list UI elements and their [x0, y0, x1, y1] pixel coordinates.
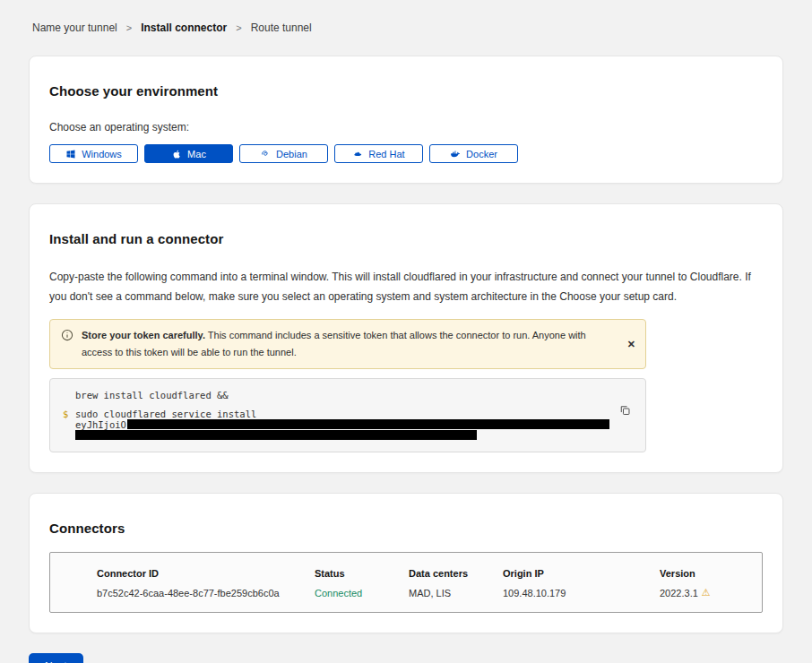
- col-header-connector-id: Connector ID: [97, 568, 315, 579]
- status-badge: Connected: [315, 588, 409, 598]
- next-button[interactable]: Next: [29, 653, 83, 663]
- code-line-3: eyJhIjoiO: [63, 419, 633, 430]
- os-button-label: Mac: [187, 149, 206, 159]
- shell-prompt: $: [63, 409, 75, 419]
- connectors-card: Connectors Connector ID Status Data cent…: [29, 493, 783, 633]
- breadcrumb-step-install-connector[interactable]: Install connector: [141, 22, 227, 34]
- install-description: Copy-paste the following command into a …: [49, 267, 763, 306]
- code-line-4: [63, 430, 633, 440]
- code-line-1: brew install cloudflared &&: [63, 390, 633, 400]
- close-icon[interactable]: ✕: [627, 339, 635, 350]
- col-header-version: Version: [660, 568, 753, 579]
- os-select-label: Choose an operating system:: [49, 121, 763, 133]
- breadcrumb: Name your tunnel > Install connector > R…: [32, 22, 783, 34]
- col-header-data-centers: Data centers: [409, 568, 503, 579]
- install-card-title: Install and run a connector: [49, 231, 763, 246]
- breadcrumb-separator: >: [126, 22, 132, 33]
- breadcrumb-separator: >: [236, 22, 241, 33]
- os-button-docker[interactable]: Docker: [429, 144, 518, 163]
- os-button-debian[interactable]: Debian: [239, 144, 328, 163]
- redacted-token-bar: [127, 419, 609, 429]
- environment-card-title: Choose your environment: [49, 83, 763, 99]
- connector-id-value: b7c52c42-6caa-48ee-8c77-fbe259cb6c0a: [97, 588, 315, 598]
- table-header-row: Connector ID Status Data centers Origin …: [97, 568, 753, 579]
- breadcrumb-step-name-your-tunnel[interactable]: Name your tunnel: [32, 22, 117, 34]
- warning-bold-text: Store your token carefully.: [82, 330, 205, 340]
- environment-card: Choose your environment Choose an operat…: [29, 56, 783, 184]
- origin-ip-value: 109.48.10.179: [503, 588, 660, 598]
- page: Name your tunnel > Install connector > R…: [0, 0, 812, 663]
- token-prefix-text: eyJhIjoiO: [75, 419, 126, 430]
- version-value: 2022.3.1 ⚠: [660, 588, 753, 598]
- data-centers-value: MAD, LIS: [409, 588, 503, 598]
- breadcrumb-step-route-tunnel[interactable]: Route tunnel: [251, 22, 312, 34]
- os-button-windows[interactable]: Windows: [49, 144, 138, 163]
- os-button-label: Docker: [466, 149, 497, 159]
- table-row: b7c52c42-6caa-48ee-8c77-fbe259cb6c0a Con…: [97, 588, 753, 598]
- install-connector-card: Install and run a connector Copy-paste t…: [29, 203, 783, 473]
- connectors-table: Connector ID Status Data centers Origin …: [49, 552, 763, 613]
- redacted-token-bar: [75, 430, 477, 440]
- version-text: 2022.3.1: [660, 588, 698, 598]
- os-button-mac[interactable]: Mac: [144, 144, 233, 163]
- col-header-origin-ip: Origin IP: [503, 568, 660, 579]
- windows-icon: [65, 149, 76, 159]
- code-line-2: $ sudo cloudflared service install: [63, 409, 633, 419]
- debian-icon: [260, 149, 271, 159]
- os-button-group: Windows Mac Debian Red Hat: [49, 144, 763, 163]
- redhat-icon: [352, 149, 363, 159]
- apple-icon: [171, 149, 182, 159]
- warning-text: Store your token carefully. This command…: [82, 327, 615, 360]
- code-text-2: sudo cloudflared service install: [75, 409, 256, 419]
- version-warning-icon: ⚠: [702, 588, 711, 598]
- install-command-block: brew install cloudflared && $ sudo cloud…: [49, 378, 646, 452]
- docker-icon: [450, 149, 461, 159]
- os-button-label: Debian: [276, 149, 307, 159]
- col-header-status: Status: [315, 568, 409, 579]
- os-button-label: Windows: [82, 149, 122, 159]
- code-text-1: brew install cloudflared &&: [75, 390, 229, 400]
- connectors-card-title: Connectors: [49, 521, 763, 536]
- token-warning-banner: Store your token carefully. This command…: [49, 319, 646, 368]
- os-button-label: Red Hat: [368, 149, 404, 159]
- copy-icon[interactable]: [619, 404, 631, 417]
- info-icon: [61, 329, 73, 341]
- os-button-redhat[interactable]: Red Hat: [334, 144, 423, 163]
